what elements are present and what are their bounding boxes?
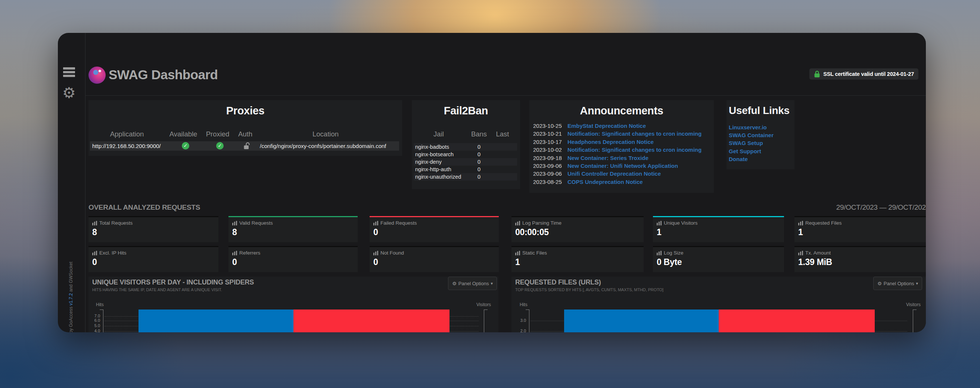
announcements-title: Announcements: [530, 105, 714, 117]
proxied-check-icon: [216, 142, 224, 150]
y-tick-label: 5.0: [90, 323, 100, 328]
metric-label: Total Requests: [92, 220, 132, 226]
metric-label: Requested Files: [798, 220, 842, 226]
chart-bars-icon: [92, 221, 97, 225]
metric-label-text: Total Requests: [99, 220, 132, 226]
ssl-badge-text: SSL certificate valid until 2024-01-27: [823, 71, 914, 77]
lock-icon: [814, 70, 820, 78]
metric-value: 0: [92, 257, 97, 267]
metric-value: 1: [798, 227, 803, 237]
proxies-header-available: Available: [170, 130, 197, 138]
unlocked-padlock-icon: [243, 142, 250, 150]
metric-card: Excl. IP Hits0: [89, 246, 218, 272]
announcement-item: 2023-10-21Notification: Significant chan…: [533, 130, 712, 137]
useful-link[interactable]: Donate: [729, 155, 794, 163]
fail2ban-title: Fail2Ban: [412, 105, 520, 117]
menu-icon[interactable]: [63, 67, 75, 77]
metric-label-text: Excl. IP Hits: [99, 250, 127, 255]
announcement-date: 2023-09-18: [533, 154, 568, 162]
header-separator: [85, 95, 926, 96]
announcement-date: 2023-10-02: [533, 146, 568, 153]
useful-link[interactable]: SWAG Setup: [729, 139, 794, 147]
bans-count: 0: [471, 143, 487, 151]
jail-name: nginx-botsearch: [415, 151, 453, 158]
metric-label-text: Log Size: [664, 250, 684, 255]
metric-label: Static Files: [515, 250, 547, 255]
files-chart-subtitle: TOP REQUESTS SORTED BY HITS [, AVGTS, CU…: [515, 287, 663, 292]
sidebar-divider: [85, 33, 86, 332]
goaccess-version-link[interactable]: v1.7.2: [68, 293, 73, 305]
jail-name: nginx-unauthorized: [415, 173, 461, 180]
visitors-chart-title: UNIQUE VISITORS PER DAY - INCLUDING SPID…: [92, 278, 254, 286]
fail2ban-panel: Fail2Ban Jail Bans Last nginx-badbots0ng…: [412, 100, 520, 189]
metric-label-text: Log Parsing Time: [522, 220, 562, 226]
metric-label-text: Requested Files: [805, 220, 842, 226]
useful-links-panel: Useful Links Linuxserver.ioSWAG Containe…: [727, 100, 794, 169]
announcement-link[interactable]: Unifi Controller Deprecation Notice: [568, 170, 661, 177]
announcement-link[interactable]: COPS Undeprecation Notice: [568, 178, 643, 186]
metric-label: Excl. IP Hits: [92, 250, 127, 255]
metric-value: 0: [232, 257, 237, 267]
useful-link[interactable]: Linuxserver.io: [729, 123, 794, 131]
panel-options-label: Panel Options: [884, 281, 914, 286]
metric-card: Tx. Amount1.39 MiB: [794, 246, 926, 272]
announcement-date: 2023-10-21: [533, 130, 568, 137]
useful-link[interactable]: SWAG Container: [729, 131, 794, 139]
announcement-link[interactable]: Notification: Significant changes to cro…: [568, 130, 702, 137]
chart-bars-icon: [232, 251, 237, 255]
proxies-header-location: Location: [312, 130, 339, 138]
metric-value: 8: [232, 227, 237, 237]
proxy-application-link[interactable]: http://192.168.50.200:9000/: [92, 141, 161, 151]
announcement-link[interactable]: EmbyStat Deprecation Notice: [568, 122, 646, 130]
date-range: 29/OCT/2023 — 29/OCT/2023: [836, 203, 926, 212]
fail2ban-row: nginx-badbots0: [414, 143, 517, 151]
panel-options-button[interactable]: Panel Options: [448, 276, 497, 290]
metric-label: Referrers: [232, 250, 260, 255]
announcement-item: 2023-09-06Unifi Controller Deprecation N…: [533, 170, 712, 177]
visitors-chart-panel: UNIQUE VISITORS PER DAY - INCLUDING SPID…: [89, 276, 498, 332]
metric-label: Not Found: [373, 250, 404, 255]
chart-bars-icon: [798, 221, 803, 225]
metric-label-text: Valid Requests: [239, 220, 273, 226]
panel-options-button[interactable]: Panel Options: [873, 276, 922, 290]
chart-bars-icon: [92, 251, 97, 255]
metric-value: 0: [373, 257, 378, 267]
announcements-panel: Announcements 2023-10-25EmbyStat Depreca…: [530, 100, 714, 193]
useful-link[interactable]: Get Support: [729, 147, 794, 155]
chart-bars-icon: [515, 221, 520, 225]
proxies-header-proxied: Proxied: [206, 130, 230, 138]
bans-count: 0: [471, 173, 487, 180]
fail2ban-header-last: Last: [496, 130, 509, 138]
metric-card: Log Size0 Byte: [653, 246, 784, 272]
fail2ban-table-body: nginx-badbots0nginx-botsearch0nginx-deny…: [412, 143, 520, 180]
fail2ban-header-jail: Jail: [433, 130, 444, 138]
announcement-link[interactable]: Headphones Deprecation Notice: [568, 138, 654, 146]
announcement-link[interactable]: New Container: Unifi Network Application: [568, 162, 678, 170]
right-axis-label: Visitors: [476, 302, 491, 307]
chart-bars-icon: [373, 251, 378, 255]
goaccess-credit: by GoAccess v1.7.2 and GWSocket: [68, 238, 75, 332]
metric-label: Log Size: [657, 250, 684, 255]
y-tick-label: 4.0: [90, 329, 100, 332]
metric-card: Total Requests8: [89, 216, 218, 242]
chart-bars-icon: [515, 251, 520, 255]
proxies-title: Proxies: [89, 105, 402, 117]
panel-options-label: Panel Options: [458, 281, 489, 286]
metric-value: 1: [515, 257, 520, 267]
left-axis-label: Hits: [520, 302, 528, 307]
metric-card: Referrers0: [229, 246, 358, 272]
visitors-bar: [293, 310, 450, 332]
metric-card: Unique Visitors1: [653, 216, 784, 242]
gear-icon[interactable]: [61, 85, 77, 101]
announcement-link[interactable]: Notification: Significant changes to cro…: [568, 146, 702, 153]
hits-bar: [138, 310, 293, 332]
useful-links-title: Useful Links: [729, 105, 790, 117]
announcement-link[interactable]: New Container: Series Troxide: [568, 154, 649, 162]
fail2ban-header-bans: Bans: [471, 130, 487, 138]
metric-value: 8: [92, 227, 97, 237]
y-tick-label: 6.0: [90, 318, 100, 323]
metric-label-text: Failed Requests: [380, 220, 417, 226]
metric-card: Not Found0: [370, 246, 499, 272]
right-axis-label: Visitors: [906, 302, 921, 307]
metric-card: Requested Files1: [794, 216, 926, 242]
